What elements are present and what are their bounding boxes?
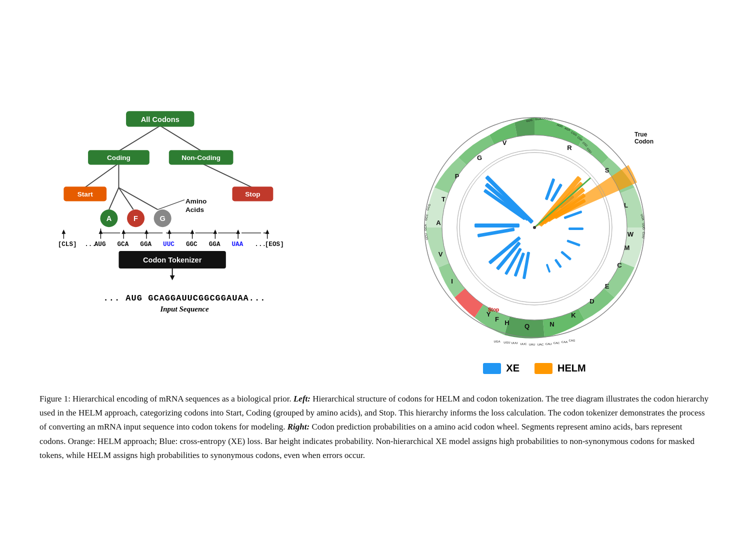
svg-text:H: H — [504, 319, 509, 326]
figure-area: All Codons Coding Non-Coding Start Stop … — [40, 98, 710, 374]
svg-text:Stop: Stop — [245, 190, 260, 198]
svg-point-137 — [533, 226, 536, 229]
input-sequence-label: Input Sequence — [40, 305, 330, 314]
input-sequence-text: ... AUG GCAGGAUUCGGCGGAUAA... — [40, 294, 330, 303]
codon-wheel-svg: // This won't execute in SVG embedded in… — [404, 98, 664, 358]
svg-marker-59 — [213, 230, 217, 234]
svg-text:[CLS]: [CLS] — [58, 241, 77, 248]
svg-text:All Codons: All Codons — [141, 116, 180, 124]
xe-legend-box — [483, 363, 501, 374]
svg-text:W: W — [628, 230, 634, 238]
svg-text:Start: Start — [78, 190, 94, 198]
svg-line-6 — [118, 188, 133, 210]
svg-text:Codon: Codon — [634, 138, 654, 145]
svg-line-2 — [84, 164, 118, 188]
caption-prefix: Figure 1: Hierarchical encoding of mRNA … — [40, 394, 294, 404]
svg-text:GGA: GGA — [140, 241, 152, 248]
svg-text:UGU: UGU — [504, 341, 510, 344]
svg-marker-51 — [122, 230, 126, 234]
svg-rect-99 — [474, 224, 520, 228]
svg-text:CUU: CUU — [642, 232, 645, 238]
svg-text:CAA: CAA — [562, 340, 568, 344]
xe-legend-item: XE — [483, 362, 520, 374]
svg-text:True: True — [634, 131, 648, 138]
caption-right-label: Right: — [288, 422, 310, 432]
svg-text:G: G — [160, 215, 165, 223]
xe-legend-label: XE — [506, 362, 520, 374]
page-container: All Codons Coding Non-Coding Start Stop … — [30, 78, 720, 482]
svg-marker-49 — [99, 230, 103, 234]
svg-line-0 — [118, 126, 160, 152]
svg-marker-61 — [236, 230, 240, 234]
svg-text:E: E — [605, 282, 610, 290]
svg-text:T: T — [442, 196, 446, 203]
svg-line-1 — [160, 126, 202, 152]
svg-text:Codon Tokenizer: Codon Tokenizer — [143, 256, 202, 264]
svg-marker-57 — [190, 230, 194, 234]
svg-text:Non-Coding: Non-Coding — [182, 154, 220, 162]
svg-text:UAU: UAU — [529, 343, 536, 346]
svg-text:F: F — [495, 316, 499, 323]
svg-text:Acids: Acids — [186, 206, 204, 214]
svg-text:V: V — [438, 250, 443, 258]
svg-text:P: P — [455, 172, 460, 180]
svg-text:Q: Q — [524, 322, 530, 330]
svg-text:R: R — [567, 144, 572, 152]
svg-text:Stop: Stop — [488, 307, 499, 312]
svg-rect-110 — [568, 228, 584, 230]
svg-text:UUC: UUC — [163, 241, 174, 248]
svg-line-7 — [118, 188, 158, 210]
legend-row: XE HELM — [483, 362, 586, 374]
svg-text:N: N — [550, 320, 554, 328]
svg-text:...: ... — [254, 241, 266, 248]
helm-legend-box — [534, 363, 552, 374]
input-sequence-display: ... AUG GCAGGAUUCGGCGGAUAA... Input Sequ… — [40, 294, 330, 314]
svg-text:Coding: Coding — [107, 154, 130, 162]
svg-text:GCA: GCA — [118, 241, 129, 248]
svg-marker-67 — [170, 276, 175, 280]
svg-marker-55 — [168, 230, 172, 234]
svg-text:UAA: UAA — [232, 241, 244, 248]
left-panel: All Codons Coding Non-Coding Start Stop … — [40, 98, 330, 314]
svg-marker-53 — [144, 230, 148, 234]
svg-text:UUG: UUG — [642, 223, 645, 230]
helm-legend-item: HELM — [534, 362, 586, 374]
svg-text:GGC: GGC — [186, 241, 198, 248]
svg-line-5 — [109, 188, 118, 210]
svg-text:UAC: UAC — [538, 343, 544, 346]
svg-text:L: L — [624, 202, 628, 209]
svg-line-8 — [158, 200, 184, 210]
svg-text:A: A — [106, 215, 112, 223]
svg-text:G: G — [477, 154, 482, 162]
svg-text:UUC: UUC — [520, 342, 528, 346]
svg-marker-63 — [266, 230, 270, 234]
codon-wheel-container: // This won't execute in SVG embedded in… — [404, 98, 664, 358]
svg-text:I: I — [451, 278, 453, 285]
svg-text:Amino: Amino — [186, 198, 206, 206]
svg-text:GGA: GGA — [209, 241, 220, 248]
svg-text:GCA: GCA — [424, 224, 427, 231]
svg-text:F: F — [134, 215, 138, 223]
svg-text:K: K — [571, 312, 576, 319]
svg-text:CAC: CAC — [554, 342, 560, 344]
svg-text:CAU: CAU — [546, 342, 552, 346]
svg-text:AUG: AUG — [94, 241, 106, 248]
svg-line-4 — [202, 164, 252, 188]
svg-marker-47 — [62, 230, 66, 234]
helm-legend-label: HELM — [558, 362, 586, 374]
svg-text:[EOS]: [EOS] — [265, 241, 284, 248]
tree-diagram: All Codons Coding Non-Coding Start Stop … — [40, 98, 330, 288]
svg-text:A: A — [436, 219, 441, 226]
svg-text:UGA: UGA — [494, 340, 500, 343]
figure-caption: Figure 1: Hierarchical encoding of mRNA … — [40, 392, 710, 462]
svg-text:UUU: UUU — [512, 342, 518, 344]
svg-text:CAG: CAG — [568, 339, 575, 342]
right-panel: // This won't execute in SVG embedded in… — [360, 98, 710, 374]
caption-left-label: Left: — [294, 394, 310, 404]
